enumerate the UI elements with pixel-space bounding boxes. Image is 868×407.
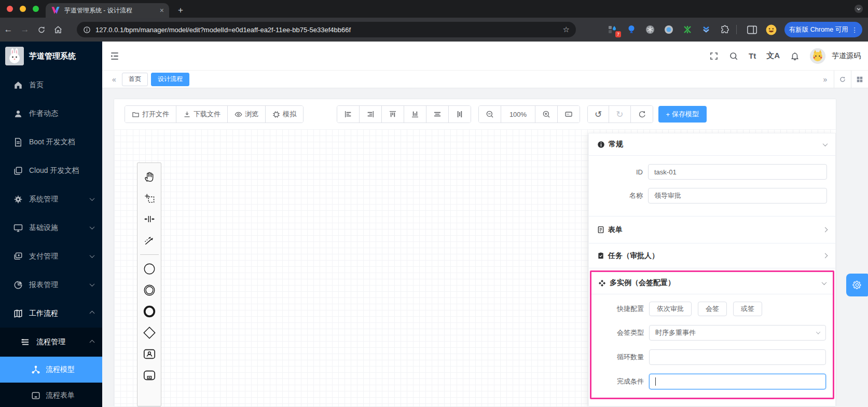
translate-icon[interactable]: 文A (766, 51, 780, 61)
new-tab-button[interactable]: + (174, 4, 187, 17)
chevron-down-icon (822, 280, 827, 285)
fit-viewport-button[interactable] (558, 106, 580, 123)
redo-button[interactable]: ↻ (609, 106, 630, 123)
align-top-button[interactable] (382, 106, 404, 123)
sidebar-item-boot-docs[interactable]: Boot 开发文档 (0, 128, 102, 156)
notification-bell-icon[interactable] (790, 51, 800, 61)
chevron-down-icon (823, 141, 828, 146)
back-icon[interactable]: ← (0, 24, 17, 35)
open-file-button[interactable]: 打开文件 (125, 106, 176, 123)
sequence-flows[interactable] (244, 183, 270, 207)
lasso-tool[interactable] (141, 189, 158, 206)
section-task[interactable]: 任务（审批人） (589, 243, 835, 268)
simulate-button[interactable]: 模拟 (266, 106, 303, 123)
site-info-icon[interactable] (83, 26, 91, 34)
minimize-window-button[interactable] (20, 6, 26, 12)
eye-icon (235, 111, 242, 118)
zoom-level[interactable]: 100% (501, 106, 535, 123)
app-logo[interactable]: 芋道管理系统 (0, 42, 102, 71)
loop-count-input[interactable] (649, 349, 826, 365)
create-intermediate-event[interactable] (141, 282, 158, 299)
align-left-button[interactable] (337, 106, 360, 123)
section-multi-instance[interactable]: 多实例（会签配置） (591, 272, 833, 294)
align-right-button[interactable] (360, 106, 382, 123)
download-file-button[interactable]: 下载文件 (176, 106, 228, 123)
restart-button[interactable] (631, 106, 653, 123)
username[interactable]: 芋道源码 (832, 51, 861, 61)
browser-tab[interactable]: 芋道管理系统 - 设计流程 × (46, 3, 169, 18)
name-input[interactable] (648, 188, 827, 204)
user-avatar[interactable] (810, 48, 825, 64)
space-tool[interactable] (141, 211, 158, 227)
zoom-out-button[interactable] (479, 106, 501, 123)
extension-icon-5[interactable] (682, 24, 693, 35)
side-panel-icon[interactable] (746, 24, 757, 35)
align-center-horizontal-button[interactable] (426, 106, 449, 123)
menu-fold-icon[interactable] (109, 51, 120, 61)
fullscreen-icon[interactable] (709, 51, 719, 61)
forward-icon[interactable]: → (17, 24, 33, 35)
create-subprocess[interactable] (141, 367, 158, 384)
preview-button[interactable]: 浏览 (228, 106, 266, 123)
extension-icon-1[interactable]: 7 (607, 24, 618, 35)
extension-icon-3[interactable] (644, 24, 656, 35)
tags-collapse-icon[interactable]: « (106, 75, 122, 84)
extension-icon-2[interactable] (626, 24, 637, 35)
sidebar-item-process-model[interactable]: 流程模型 (0, 357, 102, 383)
save-model-button[interactable]: + 保存模型 (658, 106, 707, 123)
id-input[interactable] (648, 164, 827, 180)
search-icon[interactable] (729, 51, 738, 61)
logo-image (5, 47, 24, 65)
undo-button[interactable]: ↺ (588, 106, 609, 123)
countersign-button[interactable]: 会签 (698, 302, 727, 316)
sidebar-item-workflow[interactable]: 工作流程 (0, 299, 102, 328)
address-bar[interactable]: 127.0.0.1/bpm/manager/model/edit?modelId… (77, 22, 576, 37)
reload-icon[interactable] (33, 25, 50, 34)
tag-design-process[interactable]: 设计流程 (151, 73, 189, 86)
tags-expand-icon[interactable]: » (817, 71, 834, 88)
or-sign-button[interactable]: 或签 (733, 302, 762, 316)
extension-icon-6[interactable] (700, 24, 712, 35)
tab-search-icon[interactable] (855, 5, 863, 13)
browser-menu-icon[interactable]: ⋮ (851, 26, 858, 34)
create-end-event[interactable] (141, 303, 158, 320)
home-icon[interactable] (50, 25, 66, 34)
sidebar-item-home[interactable]: 首页 (0, 71, 102, 99)
extensions-puzzle-icon[interactable] (719, 24, 731, 35)
extension-icon-4[interactable] (663, 24, 674, 35)
bpmn-canvas[interactable]: 请假大于 3 天 请假小于等于 1 天 (114, 129, 836, 406)
close-window-button[interactable] (7, 6, 13, 12)
create-gateway[interactable] (141, 324, 158, 341)
tab-close-icon[interactable]: × (160, 6, 164, 15)
layout-grid-icon[interactable] (851, 71, 868, 88)
font-size-icon[interactable]: Tt (749, 51, 756, 60)
chrome-update-button[interactable]: 有新版 Chrome 可用 ⋮ (784, 22, 862, 37)
section-general[interactable]: 常规 (589, 133, 835, 156)
sidebar-item-payment[interactable]: 支付管理 (0, 242, 102, 270)
tags-refresh-icon[interactable] (834, 71, 851, 88)
section-form[interactable]: 表单 (589, 216, 835, 243)
zoom-window-button[interactable] (33, 6, 39, 12)
create-start-event[interactable] (141, 261, 158, 277)
toolbar-divider (736, 25, 737, 34)
sidebar-item-process-form[interactable]: 流程表单 (0, 383, 102, 407)
sidebar-item-process-mgmt[interactable]: 流程管理 (0, 328, 102, 357)
zoom-in-button[interactable] (535, 106, 558, 123)
completion-condition-input[interactable] (649, 374, 826, 389)
bookmark-star-icon[interactable]: ☆ (563, 25, 570, 34)
sign-type-select[interactable]: 时序多重事件 (649, 325, 826, 341)
tag-home[interactable]: 首页 (122, 73, 148, 86)
sequential-approve-button[interactable]: 依次审批 (649, 302, 692, 316)
global-connect-tool[interactable] (141, 232, 158, 249)
profile-avatar-icon[interactable] (765, 24, 777, 35)
sidebar-item-cloud-docs[interactable]: Cloud 开发文档 (0, 156, 102, 185)
sidebar-item-report[interactable]: 报表管理 (0, 270, 102, 299)
sidebar-item-system[interactable]: 系统管理 (0, 185, 102, 213)
sidebar-item-infra[interactable]: 基础设施 (0, 213, 102, 242)
sidebar-item-author[interactable]: 作者动态 (0, 99, 102, 128)
align-center-vertical-button[interactable] (449, 106, 471, 123)
create-user-task[interactable] (141, 346, 158, 362)
settings-fab-button[interactable] (846, 274, 868, 296)
align-bottom-button[interactable] (404, 106, 426, 123)
hand-tool[interactable] (141, 168, 158, 185)
